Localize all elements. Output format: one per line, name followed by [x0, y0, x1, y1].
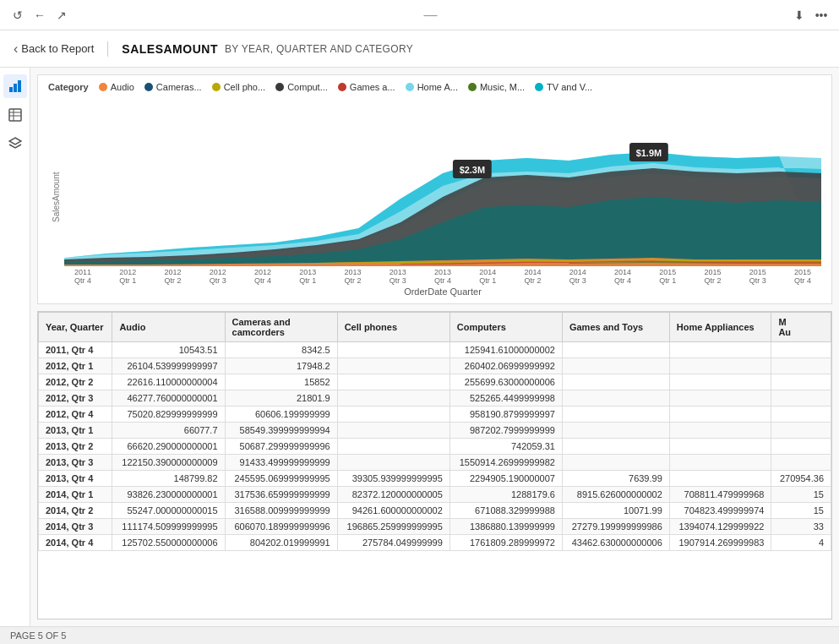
- svg-marker-7: [9, 138, 21, 145]
- sidebar-icon-layers[interactable]: [3, 132, 27, 156]
- data-table: Year, Quarter Audio Cameras andcamcorder…: [38, 312, 831, 551]
- table-cell-value: 671088.329999988: [449, 503, 562, 519]
- download-icon[interactable]: ⬇: [792, 8, 807, 23]
- x-label: 2013Qtr 2: [336, 268, 370, 285]
- legend-text-cameras: Cameras...: [156, 82, 202, 92]
- table-row: 2012, Qtr 126104.53999999999717948.22604…: [39, 358, 831, 374]
- table-cell-value: [669, 455, 771, 471]
- table-cell-value: [669, 358, 771, 374]
- table-cell-value: 10071.99: [562, 503, 669, 519]
- table-cell-value: [337, 342, 449, 358]
- table-cell-value: 27279.199999999986: [562, 519, 669, 535]
- table-cell-value: [771, 455, 831, 471]
- legend-text-audio: Audio: [111, 82, 134, 92]
- table-cell-value: 94261.600000000002: [337, 503, 449, 519]
- chart-legend: Category Audio Cameras... Cell pho... Co…: [48, 82, 821, 92]
- chevron-left-icon: ‹: [14, 41, 18, 57]
- legend-item-games: Games a...: [338, 82, 395, 92]
- table-cell-value: 93826.230000000001: [112, 487, 225, 503]
- sidebar-icon-table[interactable]: [3, 103, 27, 127]
- table-cell-value: 245595.069999999995: [225, 471, 337, 487]
- table-cell-value: 804202.019999991: [225, 535, 337, 551]
- table-cell-value: 7639.99: [562, 471, 669, 487]
- chart-container: SalesAmount: [48, 97, 821, 297]
- x-label: 2011Qtr 4: [66, 268, 100, 285]
- table-cell-value: 39305.939999999995: [337, 471, 449, 487]
- table-cell-value: 22616.110000000004: [112, 374, 225, 390]
- table-row: 2012, Qtr 222616.11000000000415852255699…: [39, 374, 831, 390]
- report-title: SALESAMOUNT: [122, 42, 218, 56]
- legend-dot-audio: [99, 83, 107, 91]
- legend-item-tv: TV and V...: [535, 82, 592, 92]
- table-cell-value: 21801.9: [225, 390, 337, 407]
- x-label: 2013Qtr 1: [291, 268, 324, 285]
- top-bar-divider: —: [424, 8, 438, 23]
- table-cell-yearquarter: 2014, Qtr 1: [39, 487, 112, 503]
- data-table-section[interactable]: Year, Quarter Audio Cameras andcamcorder…: [37, 311, 832, 619]
- top-bar-left-controls: ↺ ← ↗: [10, 8, 69, 23]
- table-cell-value: [562, 407, 669, 423]
- refresh-icon[interactable]: ↺: [10, 8, 25, 23]
- table-cell-value: 260402.06999999992: [449, 358, 562, 374]
- table-cell-value: [562, 455, 669, 471]
- table-cell-yearquarter: 2013, Qtr 2: [39, 439, 112, 455]
- table-cell-value: [669, 471, 771, 487]
- y-axis-label: SalesAmount: [48, 97, 64, 297]
- chart-svg: $2.3M $1.9M: [64, 97, 821, 266]
- x-label: 2012Qtr 4: [246, 268, 280, 285]
- back-to-report-button[interactable]: ‹ Back to Report: [14, 41, 108, 57]
- table-cell-value: [562, 342, 669, 358]
- col-header-games: Games and Toys: [562, 313, 669, 342]
- back-label: Back to Report: [21, 42, 94, 55]
- table-cell-value: [669, 439, 771, 455]
- top-bar-right-controls: ⬇ •••: [792, 8, 829, 23]
- table-cell-value: 317536.659999999999: [225, 487, 337, 503]
- legend-item-home: Home A...: [406, 82, 458, 92]
- table-cell-value: 125702.550000000006: [112, 535, 225, 551]
- table-cell-value: 987202.7999999999: [449, 423, 562, 439]
- legend-text-tv: TV and V...: [547, 82, 592, 92]
- svg-rect-3: [9, 109, 21, 121]
- svg-rect-1: [14, 84, 17, 92]
- table-cell-value: [337, 390, 449, 407]
- table-cell-yearquarter: 2012, Qtr 3: [39, 390, 112, 407]
- table-cell-yearquarter: 2012, Qtr 2: [39, 374, 112, 390]
- sidebar-icon-chart[interactable]: [3, 74, 27, 98]
- x-axis-title: OrderDate Quarter: [64, 287, 821, 297]
- legend-item-music: Music, M...: [468, 82, 525, 92]
- table-cell-value: 55247.000000000015: [112, 503, 225, 519]
- x-label: 2015Qtr 1: [651, 268, 684, 285]
- main-layout: Category Audio Cameras... Cell pho... Co…: [0, 68, 839, 626]
- table-row: 2014, Qtr 3111174.509999999995606070.189…: [39, 519, 831, 535]
- more-options-icon[interactable]: •••: [814, 8, 829, 23]
- table-cell-value: 125941.61000000002: [449, 342, 562, 358]
- table-cell-value: [337, 358, 449, 374]
- table-row: 2011, Qtr 410543.518342.5125941.61000000…: [39, 342, 831, 358]
- table-cell-value: 1550914.26999999982: [449, 455, 562, 471]
- table-row: 2014, Qtr 4125702.550000000006804202.019…: [39, 535, 831, 551]
- table-cell-value: 275784.049999999: [337, 535, 449, 551]
- svg-rect-2: [18, 80, 21, 92]
- legend-text-cellphones: Cell pho...: [224, 82, 266, 92]
- legend-dot-music: [468, 83, 477, 91]
- x-label: 2012Qtr 3: [201, 268, 235, 285]
- table-cell-value: 10543.51: [112, 342, 225, 358]
- forward-icon[interactable]: ↗: [54, 8, 69, 23]
- svg-text:$1.9M: $1.9M: [636, 148, 662, 158]
- col-header-cellphones: Cell phones: [337, 313, 449, 342]
- back-icon[interactable]: ←: [32, 8, 47, 23]
- col-header-music: MAu: [771, 313, 831, 342]
- table-cell-value: [337, 374, 449, 390]
- table-cell-yearquarter: 2013, Qtr 1: [39, 423, 112, 439]
- table-cell-value: 46277.760000000001: [112, 390, 225, 407]
- legend-label: Category: [48, 82, 89, 92]
- chart-section: Category Audio Cameras... Cell pho... Co…: [37, 74, 832, 304]
- legend-item-computers: Comput...: [275, 82, 328, 92]
- x-label: 2013Qtr 3: [381, 268, 415, 285]
- table-cell-value: [562, 374, 669, 390]
- table-cell-yearquarter: 2011, Qtr 4: [39, 342, 112, 358]
- table-cell-value: [337, 455, 449, 471]
- x-label: 2012Qtr 1: [111, 268, 144, 285]
- table-cell-yearquarter: 2014, Qtr 2: [39, 503, 112, 519]
- table-cell-value: 58549.399999999994: [225, 423, 337, 439]
